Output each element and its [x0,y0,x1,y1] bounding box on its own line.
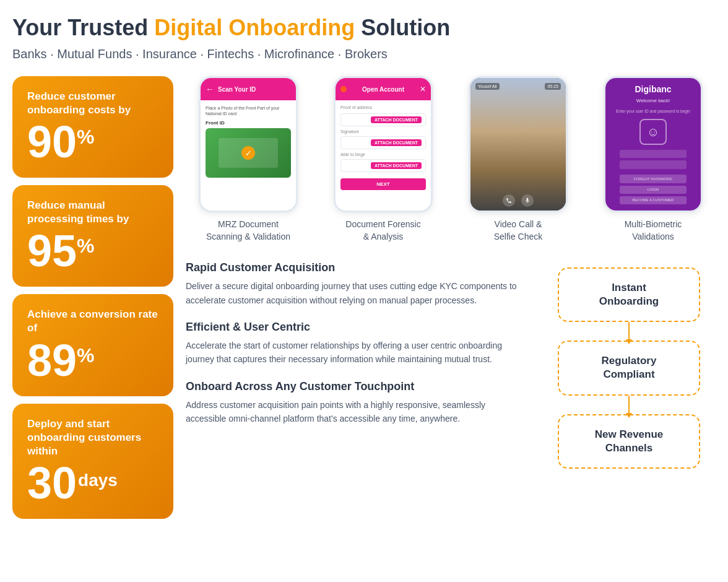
stat-unit-1: % [77,236,94,256]
feature-block-1: Efficient & User Centric Accelerate the … [186,321,524,367]
phone-mockup-3: Digibanc Welcome back! Enter your user I… [604,76,703,212]
subtitle: Banks · Mutual Funds · Insurance · Finte… [12,47,716,61]
feature-desc-1: Accelerate the start of customer relatio… [186,339,524,367]
main-content: Reduce customer onboarding costs by 90% … [12,76,716,519]
flow-connector-1 [628,396,630,414]
feature-block-0: Rapid Customer Acquisition Deliver a sec… [186,261,524,307]
phone3-screen: Yousef Ali 05:23 [470,78,566,211]
phone2-title: Open Account [362,86,404,93]
bottom-section: Rapid Customer Acquisition Deliver a sec… [186,261,716,469]
phone4-login-btn[interactable]: LOGIN [620,186,686,194]
feature-title-0: Rapid Customer Acquisition [186,261,524,274]
phone1-header: ← Scan Your ID [201,78,296,100]
attach-btn-0[interactable]: ATTACH DOCUMENT [371,116,422,123]
stat-number-0: 90 [27,119,77,164]
phone-label-3: Multi-BiometricValidations [625,219,682,243]
stat-card-2: Achieve a conversion rate of 89% [12,294,173,396]
phone4-input-2 [620,160,686,168]
stat-label-0: Reduce customer onboarding costs by [27,90,158,117]
id-card-preview: ✓ [206,128,291,178]
forgot-text: FORGOT PASSWORD [634,177,672,181]
page-wrapper: Your Trusted Digital Onboarding Solution… [0,0,728,531]
flow-box-text-2: New RevenueChannels [578,428,680,455]
face-id-box: ☺ [639,119,667,145]
attach-btn-1[interactable]: ATTACH DOCUMENT [371,139,422,146]
phone-item-0: ← Scan Your ID Place a Photo of the Fron… [186,76,311,243]
next-button[interactable]: NEXT [340,178,426,190]
phone-label-0: MRZ DocumentScanning & Validation [206,219,290,243]
phone-label-2: Video Call &Selfie Check [494,219,543,243]
flow-box-text-1: RegulatoryCompliant [578,354,680,381]
login-hint: Enter your user ID and password to begin [616,108,690,114]
title-highlight: Digital Onboarding [154,15,355,40]
video-controls [470,194,566,207]
phones-row: ← Scan Your ID Place a Photo of the Fron… [186,76,716,243]
stat-card-0: Reduce customer onboarding costs by 90% [12,76,173,178]
face-photo: Yousef Ali 05:23 [470,78,566,211]
stat-unit-0: % [77,127,94,147]
back-arrow-icon: ← [206,84,214,94]
stat-value-2: 89% [27,338,158,383]
phone-screen-1: Open Account ✕ Proof of address ATTACH D… [336,78,431,211]
customer-text: BECOME A CUSTOMER [633,198,674,202]
call-btn-icon[interactable] [503,194,515,207]
login-text: LOGIN [648,188,659,191]
feature-title-2: Onboard Across Any Customer Touchpoint [186,380,524,393]
video-time-label: 05:23 [545,83,561,90]
stat-card-3: Deploy and start onboarding customers wi… [12,404,173,519]
attach-row-0: ATTACH DOCUMENT [340,113,426,126]
phone-item-1: Open Account ✕ Proof of address ATTACH D… [321,76,446,243]
stat-unit-3: days [78,472,118,489]
check-circle-icon: ✓ [241,146,255,160]
phone4-screen: Digibanc Welcome back! Enter your user I… [605,78,701,211]
phone2-header: Open Account ✕ [336,78,431,100]
feature-block-2: Onboard Across Any Customer Touchpoint A… [186,380,524,426]
phone1-body: Place a Photo of the Front Part of your … [201,100,296,188]
phone4-customer-btn[interactable]: BECOME A CUSTOMER [620,196,686,204]
stat-value-3: 30days [27,461,158,505]
stat-number-2: 89 [27,338,77,383]
main-title: Your Trusted Digital Onboarding Solution [12,15,716,41]
stat-value-1: 95% [27,228,158,273]
stat-card-1: Reduce manual processing times by 95% [12,185,173,287]
phone-mockup-0: ← Scan Your ID Place a Photo of the Fron… [199,76,298,212]
flowchart-column: InstantOnboarding RegulatoryCompliant Ne… [542,261,716,469]
proof-label: Proof of address [340,105,426,110]
face-bg: Yousef Ali 05:23 [470,78,566,211]
forge-label: Able to forge [340,152,426,157]
dot-icon [340,86,347,92]
phone-mockup-1: Open Account ✕ Proof of address ATTACH D… [334,76,433,212]
phone1-subtitle: Place a Photo of the Front Part of your … [206,105,291,116]
feature-title-1: Efficient & User Centric [186,321,524,334]
flow-box-1: RegulatoryCompliant [558,341,700,395]
id-card-inner: ✓ [219,138,279,168]
flow-box-text-0: InstantOnboarding [578,281,680,308]
stat-number-3: 30 [27,461,77,505]
phone2-body: Proof of address ATTACH DOCUMENT Signatu… [336,100,431,195]
face-id-icon: ☺ [647,125,659,139]
phone1-title: Scan Your ID [218,86,256,93]
flow-box-0: InstantOnboarding [558,267,700,322]
phone-screen-0: ← Scan Your ID Place a Photo of the Fron… [201,78,296,211]
phone-item-3: Digibanc Welcome back! Enter your user I… [591,76,716,243]
signature-label: Signature [340,129,426,134]
stat-label-2: Achieve a conversion rate of [27,308,158,335]
video-name-label: Yousef Ali [475,83,500,90]
flow-box-2: New RevenueChannels [558,414,700,469]
features-column: Rapid Customer Acquisition Deliver a sec… [186,261,524,469]
mic-btn-icon[interactable] [521,194,534,207]
stat-value-0: 90% [27,119,158,164]
attach-row-2: ATTACH DOCUMENT [340,159,426,172]
phone-mockup-2: Yousef Ali 05:23 [469,76,568,212]
stats-column: Reduce customer onboarding costs by 90% … [12,76,173,519]
phone-item-2: Yousef Ali 05:23 [456,76,581,243]
phone-label-1: Document Forensic& Analysis [345,219,420,243]
phone1-id-label: Front ID [206,120,291,126]
stat-label-3: Deploy and start onboarding customers wi… [27,417,158,458]
attach-btn-2[interactable]: ATTACH DOCUMENT [371,162,422,169]
title-start: Your Trusted [12,15,154,40]
right-content: ← Scan Your ID Place a Photo of the Fron… [173,76,716,519]
phone4-forgot-btn[interactable]: FORGOT PASSWORD [620,175,686,183]
stat-number-1: 95 [27,228,77,273]
stat-unit-2: % [77,345,94,365]
